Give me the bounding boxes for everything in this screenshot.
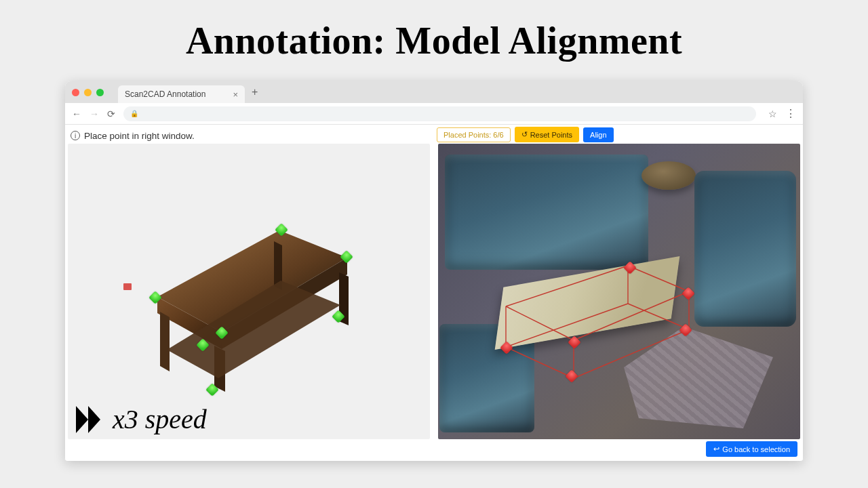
go-back-label: Go back to selection (722, 445, 790, 453)
tab-close-icon[interactable]: × (233, 89, 238, 100)
back-icon[interactable]: ← (72, 108, 81, 119)
status-text: Place point in right window. (84, 131, 195, 141)
scan-armchair (694, 171, 796, 327)
app-content: i Place point in right window. Placed Po… (65, 125, 803, 461)
svg-marker-8 (76, 406, 88, 433)
new-tab-button[interactable]: + (252, 86, 258, 98)
svg-marker-9 (88, 406, 100, 433)
reset-points-button[interactable]: ↺ Reset Points (515, 127, 579, 142)
svg-line-20 (628, 304, 689, 329)
svg-marker-3 (160, 312, 170, 371)
go-back-button[interactable]: ↩ Go back to selection (706, 441, 797, 457)
scan-viewport[interactable] (438, 144, 800, 439)
browser-toolbar: ← → ⟳ 🔒 ☆ ⋮ (65, 103, 803, 125)
info-icon: i (71, 131, 80, 140)
placed-points-badge: Placed Points: 6/6 (437, 127, 511, 142)
fast-forward-icon (76, 406, 106, 433)
bookmark-icon[interactable]: ☆ (768, 108, 777, 119)
speed-label: x3 speed (113, 403, 207, 435)
svg-line-18 (506, 347, 574, 378)
status-message: i Place point in right window. (71, 131, 195, 141)
tab-title: Scan2CAD Annotation (125, 89, 205, 99)
reset-points-label: Reset Points (530, 131, 572, 139)
cad-table-model (130, 210, 354, 400)
window-maximize-icon[interactable] (96, 89, 104, 96)
browser-tab[interactable]: Scan2CAD Annotation × (118, 85, 245, 103)
browser-menu-icon[interactable]: ⋮ (785, 107, 796, 120)
scan-round-table (642, 161, 696, 190)
svg-line-12 (574, 291, 689, 340)
return-icon: ↩ (713, 445, 719, 453)
titlebar: Scan2CAD Annotation × + (65, 81, 803, 103)
go-back-container: ↩ Go back to selection (706, 441, 797, 457)
svg-line-11 (628, 266, 689, 291)
window-close-icon[interactable] (72, 89, 79, 96)
forward-icon[interactable]: → (90, 108, 99, 119)
panes: x3 speed (68, 144, 800, 439)
svg-line-10 (506, 266, 628, 306)
window-minimize-icon[interactable] (84, 89, 92, 96)
scan-coffee-table (499, 259, 675, 367)
slide-title: Annotation: Model Alignment (0, 0, 868, 69)
selection-bbox (492, 245, 696, 381)
reload-icon[interactable]: ⟳ (107, 108, 115, 119)
url-bar[interactable]: 🔒 (123, 106, 756, 121)
align-button[interactable]: Align (583, 127, 613, 142)
status-row: i Place point in right window. (65, 127, 803, 144)
undo-icon: ↺ (521, 130, 528, 139)
browser-window: Scan2CAD Annotation × + ← → ⟳ 🔒 ☆ ⋮ i Pl… (65, 81, 803, 461)
playback-speed-overlay: x3 speed (76, 403, 207, 435)
svg-line-19 (574, 329, 689, 378)
delete-handle-icon[interactable] (123, 283, 132, 290)
cad-table-svg (130, 210, 354, 400)
controls-row: Placed Points: 6/6 ↺ Reset Points Align (437, 127, 614, 142)
cad-viewport[interactable]: x3 speed (68, 144, 430, 439)
lock-icon: 🔒 (130, 110, 138, 117)
